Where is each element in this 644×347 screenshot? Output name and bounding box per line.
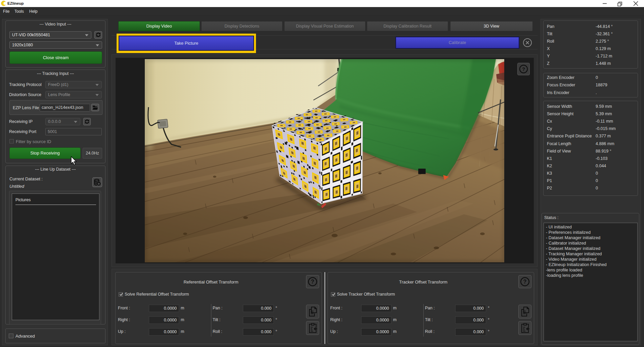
svg-text:?: ?: [522, 66, 525, 72]
svg-text:?: ?: [523, 278, 527, 285]
svg-text:?: ?: [311, 278, 314, 285]
